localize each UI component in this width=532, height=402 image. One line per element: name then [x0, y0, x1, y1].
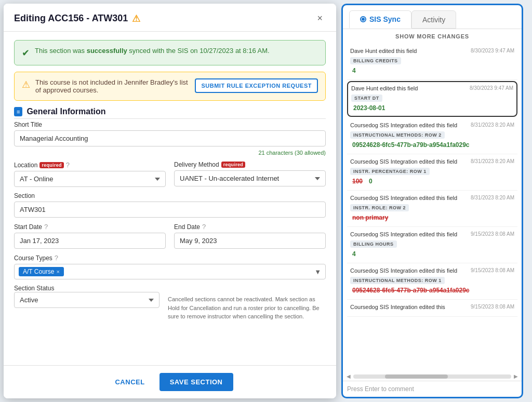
activity-meta: Coursedog SIS Integration edited this fi… [350, 195, 514, 201]
section-status-row: Section Status Active Cancelled sections… [14, 285, 326, 321]
scrollbar-row: ◀ ▶ [343, 372, 522, 381]
location-group: Location required ? AT - Online [14, 161, 166, 187]
modal-body: ✔ This section was successfully synced w… [4, 32, 336, 365]
course-types-help-icon[interactable]: ? [55, 254, 58, 262]
activity-time: 8/31/2023 8:20 AM [471, 122, 514, 128]
start-date-input[interactable] [14, 233, 166, 249]
list-item: Coursedog SIS Integration edited this fi… [347, 191, 517, 227]
location-label: Location required ? [14, 161, 166, 169]
activity-field-badge: INSTR. PERCENTAGE: ROW 1 [350, 168, 430, 175]
list-item: Dave Hunt edited this field 8/30/2023 9:… [347, 44, 517, 80]
scroll-thumb [385, 374, 448, 379]
activity-time: 8/30/2023 9:47 AM [470, 85, 513, 91]
section-status-group: Section Status Active [14, 285, 159, 308]
activity-meta: Dave Hunt edited this field 8/30/2023 9:… [350, 48, 514, 54]
sis-sync-label: SIS Sync [369, 15, 401, 23]
tag-remove-button[interactable]: × [56, 269, 59, 275]
section-input[interactable] [14, 202, 326, 218]
activity-panel: SIS Sync Activity SHOW MORE CHANGES Dave… [341, 4, 523, 398]
activity-author: Coursedog SIS Integration edited this fi… [350, 158, 457, 165]
list-item: Coursedog SIS Integration edited this fi… [347, 154, 517, 191]
section-status-select[interactable]: Active [14, 292, 159, 308]
activity-time: 8/31/2023 8:20 AM [471, 158, 514, 164]
end-date-input[interactable] [174, 233, 326, 249]
location-delivery-row: Location required ? AT - Online Delivery… [14, 161, 326, 187]
tab-sis-sync[interactable]: SIS Sync [349, 10, 411, 29]
activity-value: 4 [350, 249, 514, 259]
tab-activity[interactable]: Activity [411, 10, 456, 29]
activity-label: Activity [422, 16, 445, 24]
warning-icon: ⚠ [132, 13, 140, 24]
alert-warning-icon: ⚠ [22, 79, 30, 90]
activity-author: Coursedog SIS Integration edited this [350, 304, 445, 310]
dates-row: Start Date ? End Date ? [14, 223, 326, 249]
activity-meta: Coursedog SIS Integration edited this 9/… [350, 304, 514, 310]
scroll-right-arrow[interactable]: ▶ [512, 373, 520, 380]
activity-author: Dave Hunt edited this field [350, 48, 417, 54]
list-item: Coursedog SIS Integration edited this fi… [347, 118, 517, 154]
edit-modal: Editing ACC156 - ATW301 ⚠ × ✔ This secti… [4, 4, 336, 398]
course-types-row: Course Types ? A/T Course × ▼ [14, 254, 326, 279]
divider [14, 118, 326, 119]
modal-title-text: Editing ACC156 - ATW301 [14, 13, 128, 24]
location-help-icon[interactable]: ? [66, 161, 70, 169]
activity-field-badge: BILLING CREDITS [350, 57, 401, 64]
cancel-button[interactable]: CANCEL [107, 374, 153, 390]
success-alert: ✔ This section was successfully synced w… [14, 40, 326, 65]
activity-tabs: SIS Sync Activity [343, 5, 522, 29]
activity-time: 8/30/2023 9:47 AM [471, 48, 514, 53]
modal-title: Editing ACC156 - ATW301 ⚠ [14, 13, 140, 24]
sis-sync-radio-inner [362, 18, 365, 21]
activity-field-badge: INSTRUCTIONAL METHODS: ROW 1 [350, 277, 445, 284]
activity-time: 9/15/2023 8:08 AM [471, 304, 514, 310]
comment-box[interactable]: Press Enter to comment [343, 381, 522, 397]
start-date-group: Start Date ? [14, 223, 166, 249]
activity-value: 2023-08-01 [351, 103, 513, 113]
section-status-note: Cancelled sections cannot be reactivated… [168, 285, 326, 321]
warning-text: This course is not included in Jennifer … [35, 78, 190, 94]
short-title-row: Short Title 21 characters (30 allowed) [14, 121, 326, 156]
check-icon: ✔ [22, 47, 30, 59]
activity-meta: Coursedog SIS Integration edited this fi… [350, 122, 514, 128]
short-title-input[interactable] [14, 130, 326, 146]
activity-author: Dave Hunt edited this field [351, 85, 418, 91]
delivery-method-select[interactable]: UANET - Un-accelerated Internet [174, 170, 326, 186]
scroll-left-arrow[interactable]: ◀ [345, 373, 352, 380]
close-button[interactable]: × [314, 12, 326, 25]
sis-sync-radio [360, 16, 366, 22]
warning-alert: ⚠ This course is not included in Jennife… [14, 72, 326, 101]
submit-exception-button[interactable]: SUBMIT RULE EXCEPTION REQUEST [195, 78, 318, 93]
activity-field-badge: INSTRUCTIONAL METHODS: ROW 2 [350, 131, 445, 139]
list-item: Dave Hunt edited this field 8/30/2023 9:… [347, 81, 517, 117]
section-title: General Information [26, 107, 105, 116]
list-item: Coursedog SIS Integration edited this fi… [347, 227, 517, 263]
activity-time: 8/31/2023 8:20 AM [471, 195, 514, 200]
success-message: This section was successfully synced wit… [35, 47, 270, 55]
course-type-tag: A/T Course × [19, 267, 64, 276]
show-more-changes[interactable]: SHOW MORE CHANGES [343, 29, 522, 44]
delivery-required-badge: required [221, 162, 245, 168]
activity-author: Coursedog SIS Integration edited this fi… [350, 122, 457, 128]
end-date-help-icon[interactable]: ? [202, 223, 206, 231]
section-row: Section [14, 192, 326, 218]
modal-header: Editing ACC156 - ATW301 ⚠ × [4, 4, 336, 32]
activity-author: Coursedog SIS Integration edited this fi… [350, 267, 457, 274]
tag-chevron-icon: ▼ [314, 268, 321, 276]
end-date-group: End Date ? [174, 223, 326, 249]
activity-value-added: 0 [367, 177, 375, 186]
location-select[interactable]: AT - Online [14, 171, 166, 187]
activity-meta: Coursedog SIS Integration edited this fi… [350, 231, 514, 237]
section-label: Section [14, 192, 326, 199]
activity-meta: Coursedog SIS Integration edited this fi… [350, 267, 514, 274]
activity-author: Coursedog SIS Integration edited this fi… [350, 231, 457, 237]
course-types-label: Course Types ? [14, 254, 326, 262]
activity-value: 09524628-6fc5-477b-a79b-a954a1fa029c [350, 140, 514, 150]
activity-value: 4 [350, 66, 514, 75]
list-item: Coursedog SIS Integration edited this fi… [347, 263, 517, 300]
start-date-help-icon[interactable]: ? [44, 223, 48, 231]
general-info-section: ≡ General Information Short Title 21 cha… [14, 107, 326, 326]
activity-author: Coursedog SIS Integration edited this fi… [350, 195, 457, 201]
save-button[interactable]: SAVE SECTION [159, 373, 233, 391]
activity-value: non primary [350, 213, 514, 222]
course-types-tag-input[interactable]: A/T Course × ▼ [14, 264, 326, 279]
